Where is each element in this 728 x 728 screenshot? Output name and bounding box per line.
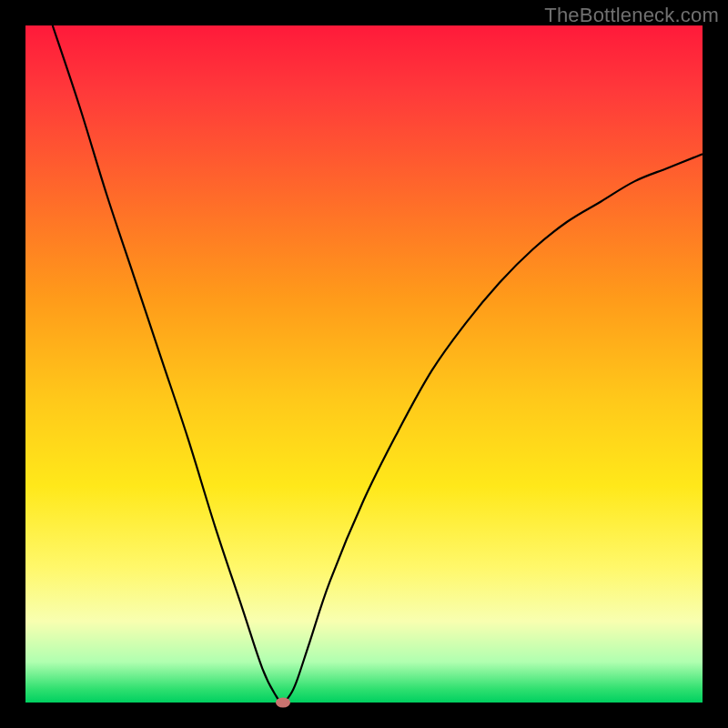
- plot-area: [25, 25, 703, 703]
- optimal-marker: [276, 698, 290, 708]
- bottleneck-curve: [25, 25, 703, 703]
- chart-frame: TheBottleneck.com: [0, 0, 728, 728]
- curve-path: [53, 25, 703, 703]
- watermark-text: TheBottleneck.com: [544, 4, 719, 27]
